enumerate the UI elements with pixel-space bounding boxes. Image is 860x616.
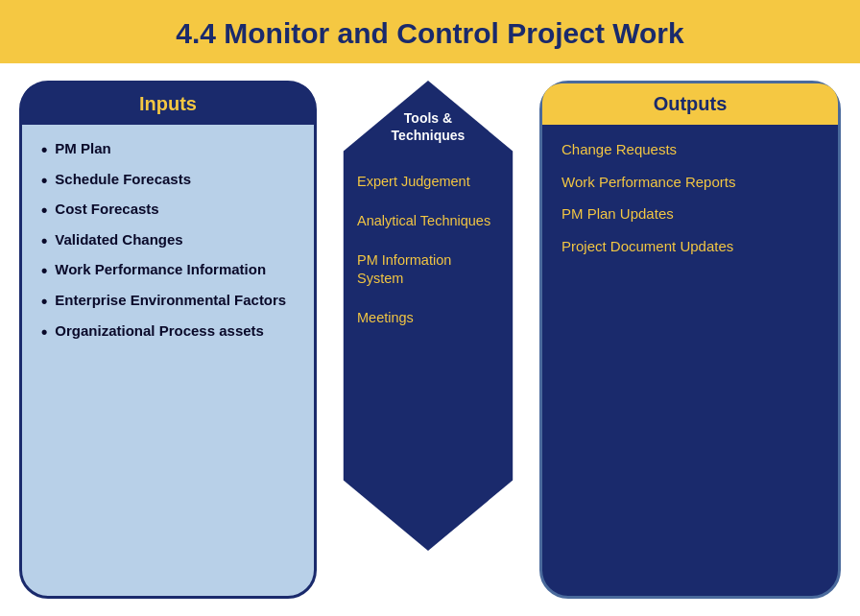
tools-item: PM Information System: [357, 251, 499, 288]
list-item: • Enterprise Environmental Factors: [41, 292, 299, 313]
tools-header-text: Tools &Techniques: [392, 109, 466, 144]
tools-item: Analytical Techniques: [357, 212, 499, 230]
header-section: 4.4 Monitor and Control Project Work: [0, 0, 860, 63]
outputs-header: Outputs: [542, 83, 838, 125]
list-item: • PM Plan: [41, 140, 299, 161]
list-item: Change Requests: [561, 140, 823, 159]
list-item: Project Document Updates: [561, 237, 823, 256]
list-item: Work Performance Reports: [561, 173, 823, 192]
input-item-label: Work Performance Information: [55, 261, 266, 277]
list-item: • Validated Changes: [41, 231, 299, 252]
bullet-icon: •: [41, 292, 47, 313]
bullet-icon: •: [41, 231, 47, 252]
inputs-header-text: Inputs: [139, 93, 197, 114]
tools-list: Expert Judgement Analytical Techniques P…: [357, 173, 499, 326]
input-item-label: Organizational Process assets: [55, 322, 264, 339]
list-item: • Work Performance Information: [41, 261, 299, 282]
inputs-list: • PM Plan • Schedule Forecasts • Cost Fo…: [22, 140, 314, 352]
tools-column: Tools &Techniques Expert Judgement Analy…: [332, 81, 524, 599]
inputs-box: Inputs • PM Plan • Schedule Forecasts • …: [19, 81, 317, 599]
list-item: PM Plan Updates: [561, 204, 823, 224]
outputs-box: Outputs Change Requests Work Performance…: [539, 81, 841, 599]
bullet-icon: •: [41, 201, 47, 222]
bullet-icon: •: [41, 140, 47, 161]
input-item-label: Schedule Forecasts: [55, 171, 191, 187]
page-title: 4.4 Monitor and Control Project Work: [176, 17, 683, 49]
inputs-header: Inputs: [22, 83, 314, 125]
list-item: • Cost Forecasts: [41, 201, 299, 222]
bullet-icon: •: [41, 171, 47, 192]
list-item: • Schedule Forecasts: [41, 171, 299, 192]
outputs-list: Change Requests Work Performance Reports…: [542, 140, 838, 255]
page: 4.4 Monitor and Control Project Work Inp…: [0, 0, 860, 616]
input-item-label: Cost Forecasts: [55, 201, 158, 217]
inputs-column: Inputs • PM Plan • Schedule Forecasts • …: [19, 81, 317, 599]
input-item-label: Enterprise Environmental Factors: [55, 292, 286, 308]
input-item-label: PM Plan: [55, 140, 110, 156]
input-item-label: Validated Changes: [55, 231, 182, 248]
tools-item: Meetings: [357, 309, 499, 327]
list-item: • Organizational Process assets: [41, 322, 299, 344]
outputs-column: Outputs Change Requests Work Performance…: [539, 81, 841, 599]
main-content: Inputs • PM Plan • Schedule Forecasts • …: [0, 63, 860, 616]
bullet-icon: •: [41, 261, 47, 282]
bullet-icon: •: [41, 322, 47, 344]
tools-item: Expert Judgement: [357, 173, 499, 191]
outputs-header-text: Outputs: [654, 93, 728, 114]
tools-box: Tools &Techniques Expert Judgement Analy…: [334, 81, 522, 551]
